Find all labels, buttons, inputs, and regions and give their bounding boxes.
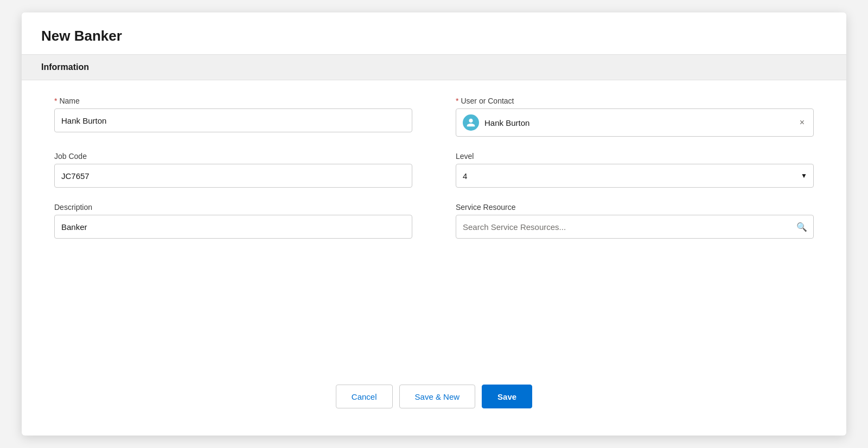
description-input[interactable] bbox=[54, 215, 412, 239]
description-group: Description bbox=[54, 203, 412, 239]
section-header: Information bbox=[22, 54, 846, 80]
service-resource-label: Service Resource bbox=[456, 203, 814, 212]
save-new-button[interactable]: Save & New bbox=[399, 385, 476, 408]
level-group: Level 1 2 3 4 5 ▼ bbox=[456, 152, 814, 188]
modal-title: New Banker bbox=[41, 28, 827, 44]
user-contact-group: * User or Contact Hank Burton × bbox=[456, 97, 814, 137]
level-select[interactable]: 1 2 3 4 5 bbox=[456, 164, 814, 188]
description-label: Description bbox=[54, 203, 412, 212]
level-select-wrapper: 1 2 3 4 5 ▼ bbox=[456, 164, 814, 188]
clear-icon[interactable]: × bbox=[797, 116, 807, 130]
form-content: * Name * User or Contact Hank bbox=[22, 80, 846, 363]
name-label: * Name bbox=[54, 97, 412, 105]
name-input[interactable] bbox=[54, 108, 412, 132]
section-title: Information bbox=[41, 62, 89, 72]
level-label: Level bbox=[456, 152, 814, 161]
person-icon bbox=[463, 114, 479, 131]
form-row-1: * Name * User or Contact Hank bbox=[54, 97, 814, 137]
service-resource-group: Service Resource 🔍 bbox=[456, 203, 814, 239]
save-button[interactable]: Save bbox=[482, 385, 532, 408]
service-resource-input[interactable] bbox=[456, 215, 814, 239]
modal-header: New Banker bbox=[22, 12, 846, 54]
new-banker-modal: New Banker Information * Name * User or … bbox=[22, 12, 846, 436]
form-row-2: Job Code Level 1 2 3 4 5 ▼ bbox=[54, 152, 814, 188]
name-group: * Name bbox=[54, 97, 412, 137]
user-contact-value: Hank Burton bbox=[484, 118, 792, 127]
job-code-input[interactable] bbox=[54, 164, 412, 188]
name-required-star: * bbox=[54, 97, 57, 105]
form-row-3: Description Service Resource 🔍 bbox=[54, 203, 814, 239]
user-contact-required-star: * bbox=[456, 97, 458, 105]
job-code-group: Job Code bbox=[54, 152, 412, 188]
user-contact-label: * User or Contact bbox=[456, 97, 814, 105]
cancel-button[interactable]: Cancel bbox=[336, 385, 393, 408]
footer-actions: Cancel Save & New Save bbox=[22, 363, 846, 436]
user-contact-input[interactable]: Hank Burton × bbox=[456, 108, 814, 137]
job-code-label: Job Code bbox=[54, 152, 412, 161]
service-resource-wrapper: 🔍 bbox=[456, 215, 814, 239]
